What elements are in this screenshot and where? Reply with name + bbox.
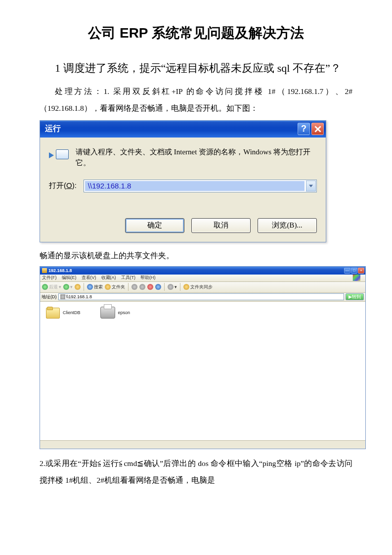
- folder-icon: [46, 307, 60, 319]
- search-button[interactable]: 搜索: [87, 284, 103, 290]
- share-item-printer[interactable]: epson: [100, 307, 131, 319]
- tb-views[interactable]: ▾: [168, 284, 177, 290]
- explorer-close-button[interactable]: ×: [358, 268, 364, 274]
- menu-fav[interactable]: 收藏(A): [101, 275, 116, 281]
- move-icon: [139, 284, 145, 290]
- ok-button[interactable]: 确定: [125, 218, 184, 233]
- folders-icon: [105, 284, 111, 290]
- cancel-button[interactable]: 取消: [191, 218, 251, 233]
- go-button[interactable]: ▶ 转到: [346, 293, 364, 300]
- explorer-window: 192.168.1.8 — □ × 文件(F) 编辑(E) 查看(V) 收藏(A…: [40, 266, 366, 449]
- tb-undo[interactable]: [155, 284, 161, 290]
- tb-move[interactable]: [139, 284, 145, 290]
- tb-sync[interactable]: 文件夹同步: [183, 284, 213, 290]
- views-icon: [168, 284, 174, 290]
- chevron-down-icon: [309, 185, 313, 187]
- dropdown-arrow[interactable]: [306, 181, 316, 191]
- sync-icon: [183, 284, 189, 290]
- paragraph-3: 2.或采用在“开始≦运行≦cmd≦确认”后弹出的 dos 命令框中输入“ping…: [40, 455, 352, 489]
- tb-del[interactable]: [147, 284, 153, 290]
- close-icon: [314, 126, 321, 133]
- menu-help[interactable]: 帮助(H): [140, 275, 156, 281]
- run-title-text: 运行: [45, 124, 296, 134]
- open-combobox[interactable]: \\192.168.1.8: [84, 180, 317, 192]
- maximize-button[interactable]: □: [351, 268, 357, 274]
- copy-icon: [131, 284, 137, 290]
- explorer-toolbar: 后退 ▾ ▾ 搜索 文件夹 ▾ 文件夹同步: [40, 282, 365, 293]
- share-label: ClientDB: [63, 310, 81, 315]
- windows-flag-icon: [352, 275, 360, 281]
- search-icon: [87, 284, 93, 290]
- help-button[interactable]: ?: [298, 123, 310, 135]
- forward-button[interactable]: ▾: [63, 284, 73, 290]
- open-input-value[interactable]: \\192.168.1.8: [85, 181, 305, 191]
- back-icon: [42, 284, 48, 290]
- address-value: \\192.168.1.8: [66, 293, 92, 300]
- menu-view[interactable]: 查看(V): [82, 275, 96, 281]
- up-button[interactable]: [75, 284, 81, 290]
- paragraph-2: 畅通的显示该机硬盘上的共享文件夹。: [40, 247, 352, 264]
- explorer-statusbar: [40, 440, 365, 449]
- menu-edit[interactable]: 编辑(E): [62, 275, 77, 281]
- page-title: 公司 ERP 系统常见问题及解决方法: [40, 24, 352, 43]
- run-body: 请键入程序、文件夹、文档或 Internet 资源的名称，Windows 将为您…: [40, 138, 326, 242]
- undo-icon: [155, 284, 161, 290]
- explorer-content: ClientDB epson: [40, 302, 365, 440]
- run-dialog: 运行 ? 请键入程序、文件夹、文档或 Internet 资源的名称，Window…: [40, 120, 326, 242]
- menu-file[interactable]: 文件(F): [42, 275, 57, 281]
- share-label: epson: [118, 310, 131, 315]
- delete-icon: [147, 284, 153, 290]
- run-prompt: 请键入程序、文件夹、文档或 Internet 资源的名称，Windows 将为您…: [76, 146, 317, 169]
- folders-button[interactable]: 文件夹: [105, 284, 125, 290]
- back-button[interactable]: 后退 ▾: [42, 284, 61, 290]
- explorer-titlebar: 192.168.1.8 — □ ×: [40, 267, 365, 275]
- folder-icon: [42, 268, 47, 273]
- paragraph-1: 处理方法：1. 采用双反斜杠+IP 的命令访问搅拌楼 1#（192.168.1.…: [40, 83, 352, 117]
- explorer-title-text: 192.168.1.8: [48, 268, 344, 273]
- question-1: 1 调度进了系统，提示“远程目标机器未反应或 sql 不存在”？: [40, 56, 352, 80]
- printer-icon: [100, 307, 115, 319]
- open-label: 打开(O):: [49, 181, 77, 190]
- close-button[interactable]: [311, 123, 324, 135]
- run-titlebar: 运行 ?: [40, 121, 326, 138]
- up-icon: [75, 284, 81, 290]
- addr-label: 地址(D): [42, 294, 57, 300]
- explorer-menubar: 文件(F) 编辑(E) 查看(V) 收藏(A) 工具(T) 帮助(H): [40, 275, 365, 282]
- explorer-addressbar: 地址(D) \\192.168.1.8 ▶ 转到: [40, 293, 365, 302]
- minimize-button[interactable]: —: [344, 268, 350, 274]
- tb-copy[interactable]: [131, 284, 137, 290]
- browse-button[interactable]: 浏览(B)...: [258, 218, 317, 233]
- menu-tools[interactable]: 工具(T): [121, 275, 136, 281]
- share-item-clientdb[interactable]: ClientDB: [46, 307, 81, 319]
- address-input[interactable]: \\192.168.1.8: [58, 293, 345, 300]
- computer-icon: [60, 294, 65, 299]
- run-icon: [49, 147, 69, 163]
- forward-icon: [63, 284, 69, 290]
- q1-text: 1 调度进了系统，提示“远程目标机器未反应或 sql 不存在”？: [55, 62, 341, 74]
